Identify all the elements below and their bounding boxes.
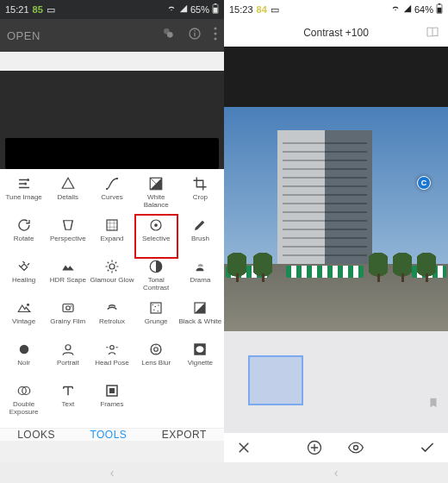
tool-portrait[interactable]: Portrait (46, 342, 90, 383)
tool-brush[interactable]: Brush (178, 217, 222, 259)
apply-button[interactable] (419, 439, 436, 456)
tools-sheet: Tune ImageDetailsCurvesWhite BalanceCrop… (0, 169, 224, 435)
tool-double-exposure[interactable]: Double Exposure (2, 383, 46, 424)
tool-label: Double Exposure (2, 400, 46, 416)
tool-label: HDR Scape (50, 276, 86, 284)
svg-point-21 (27, 304, 29, 306)
tool-label: Portrait (57, 359, 79, 367)
frames-icon (104, 383, 120, 398)
tool-vintage[interactable]: Vintage (2, 300, 46, 342)
add-point-button[interactable] (306, 439, 323, 456)
tool-tonal-contrast[interactable]: Tonal Contrast (134, 259, 178, 300)
white-balance-icon (148, 176, 164, 191)
tool-expand[interactable]: Expand (90, 217, 134, 259)
svg-point-9 (215, 33, 217, 35)
tab-export[interactable]: EXPORT (162, 429, 207, 441)
battery-text: 64% (414, 4, 433, 15)
perspective-icon (60, 217, 76, 233)
details-icon (60, 176, 76, 191)
tool-lens-blur[interactable]: Lens Blur (134, 342, 178, 383)
tool-grainy-film[interactable]: Grainy Film (46, 300, 90, 342)
svg-point-4 (167, 32, 173, 38)
svg-point-12 (24, 183, 27, 185)
vintage-icon (16, 300, 32, 316)
selective-control-point[interactable]: C (417, 176, 431, 190)
selective-icon (148, 217, 164, 233)
tool-vignette[interactable]: Vignette (178, 342, 222, 383)
nav-bar-right: ‹ (224, 462, 448, 483)
more-icon[interactable] (214, 27, 217, 44)
double-exposure-icon (16, 383, 32, 398)
tool-selective[interactable]: Selective (134, 217, 178, 259)
tool-retrolux[interactable]: Retrolux (90, 300, 134, 342)
tool-label: Grunge (145, 317, 168, 325)
tool-grunge[interactable]: Grunge (134, 300, 178, 342)
svg-rect-1 (215, 3, 216, 4)
info-icon[interactable] (188, 27, 202, 44)
tool-drama[interactable]: Drama (178, 259, 222, 300)
tool-tune-image[interactable]: Tune Image (2, 176, 46, 217)
edited-photo[interactable]: C (224, 107, 448, 331)
layers-icon[interactable] (162, 27, 176, 44)
rotate-icon (16, 217, 32, 233)
tune-image-icon (16, 176, 32, 191)
drama-icon (192, 259, 208, 274)
tool-text[interactable]: Text (46, 383, 90, 424)
preview-button[interactable] (347, 439, 364, 456)
bookmark-icon[interactable] (427, 397, 439, 412)
tool-curves[interactable]: Curves (90, 176, 134, 217)
tool-details[interactable]: Details (46, 176, 90, 217)
battery-icon (436, 3, 443, 16)
tool-frames[interactable]: Frames (90, 383, 134, 424)
svg-point-17 (151, 220, 161, 230)
tool-crop[interactable]: Crop (178, 176, 222, 217)
nav-bar-left: ‹ (0, 462, 224, 483)
noir-icon (16, 342, 32, 357)
svg-point-29 (110, 346, 115, 350)
tab-tools[interactable]: TOOLS (90, 429, 127, 441)
right-screenshot: 15:23 84 ▭ 64% Contrast +100 (224, 0, 448, 483)
cancel-button[interactable] (236, 440, 252, 455)
tool-perspective[interactable]: Perspective (46, 217, 90, 259)
tool-black-white[interactable]: Black & White (178, 300, 222, 342)
vignette-icon (192, 342, 208, 357)
image-thumb (5, 138, 219, 169)
tool-label: Vignette (188, 359, 213, 367)
statusbar-app-icon: ▭ (47, 4, 55, 16)
tool-label: Details (58, 193, 78, 201)
tool-label: Tune Image (5, 193, 41, 201)
tool-label: Glamour Glow (90, 276, 134, 284)
tool-white-balance[interactable]: White Balance (134, 176, 178, 217)
left-screenshot: 15:21 85 ▭ 65% OPEN (0, 0, 224, 483)
nav-back-icon[interactable]: ‹ (110, 466, 115, 480)
tool-label: Expand (100, 235, 123, 242)
tutorial-icon[interactable] (426, 25, 439, 41)
tool-label: Vintage (12, 317, 35, 325)
tool-label: Brush (191, 235, 209, 242)
appbar: OPEN (0, 19, 224, 52)
tool-healing[interactable]: Healing (2, 259, 46, 300)
film-strip-selection[interactable] (248, 355, 303, 405)
svg-point-14 (116, 178, 118, 179)
signal-icon (403, 4, 412, 15)
wifi-icon (166, 4, 177, 15)
crop-icon (192, 176, 208, 191)
tool-noir[interactable]: Noir (2, 342, 46, 383)
tool-glamour-glow[interactable]: Glamour Glow (90, 259, 134, 300)
svg-point-13 (106, 188, 108, 190)
battery-pct: 84 (257, 4, 267, 15)
statusbar-left: 15:21 85 ▭ 65% (0, 0, 224, 19)
svg-rect-40 (438, 8, 442, 13)
control-point-label: C (421, 179, 427, 187)
svg-rect-16 (107, 220, 117, 230)
svg-rect-2 (214, 8, 218, 13)
tool-rotate[interactable]: Rotate (2, 217, 46, 259)
tonal-contrast-icon (148, 259, 164, 274)
svg-point-33 (196, 346, 204, 353)
open-button[interactable]: OPEN (7, 29, 40, 42)
tool-hdr-scape[interactable]: HDR Scape (46, 259, 90, 300)
statusbar-right: 15:23 84 ▭ 64% (224, 0, 448, 19)
nav-back-icon[interactable]: ‹ (334, 466, 339, 480)
tab-looks[interactable]: LOOKS (17, 429, 55, 441)
tool-head-pose[interactable]: Head Pose (90, 342, 134, 383)
